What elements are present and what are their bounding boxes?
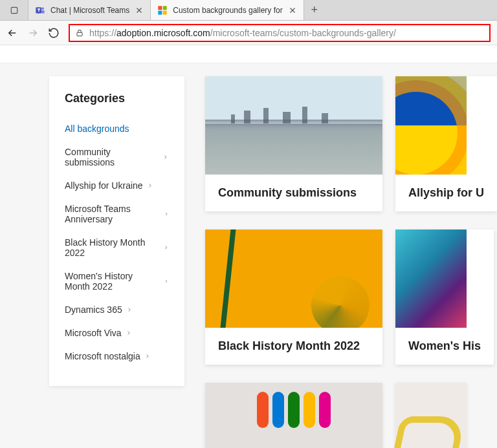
sidebar-item-label: Allyship for Ukraine bbox=[65, 180, 143, 191]
card-thumbnail bbox=[395, 383, 467, 448]
card-thumbnail bbox=[205, 383, 382, 448]
svg-rect-7 bbox=[163, 10, 167, 14]
tab-title: Chat | Microsoft Teams bbox=[50, 6, 129, 15]
sidebar-item-label: Microsoft nostalgia bbox=[65, 351, 140, 361]
teams-icon bbox=[35, 5, 45, 16]
chevron-right-icon bbox=[162, 154, 169, 160]
close-icon[interactable] bbox=[135, 6, 144, 15]
card-label: Community submissions bbox=[205, 175, 382, 211]
tab-title: Custom backgrounds gallery for bbox=[173, 6, 282, 15]
card-thumbnail bbox=[205, 229, 382, 328]
chevron-right-icon bbox=[164, 211, 169, 217]
svg-rect-3 bbox=[41, 10, 45, 14]
sidebar-item-label: Black History Month 2022 bbox=[65, 237, 159, 258]
card-thumbnail bbox=[395, 76, 467, 175]
card-thumbnail bbox=[395, 229, 467, 328]
gallery-row bbox=[205, 383, 497, 448]
card-label: Allyship for U bbox=[395, 175, 497, 211]
categories-sidebar: Categories All backgrounds Community sub… bbox=[49, 76, 184, 386]
address-bar[interactable]: https://adoption.microsoft.com/microsoft… bbox=[69, 24, 491, 42]
sidebar-item-all-backgrounds[interactable]: All backgrounds bbox=[65, 117, 169, 140]
svg-rect-0 bbox=[11, 7, 17, 13]
sidebar-item-black-history[interactable]: Black History Month 2022 bbox=[65, 231, 169, 264]
sidebar-item-viva[interactable]: Microsoft Viva bbox=[65, 321, 169, 345]
sidebar-item-teams-anniversary[interactable]: Microsoft Teams Anniversary bbox=[65, 197, 169, 231]
sidebar-item-label: Microsoft Teams Anniversary bbox=[65, 204, 160, 224]
chevron-right-icon bbox=[147, 182, 153, 189]
card-community-submissions[interactable]: Community submissions bbox=[205, 76, 382, 211]
refresh-button[interactable] bbox=[48, 27, 60, 39]
sidebar-item-label: Microsoft Viva bbox=[65, 328, 122, 338]
svg-rect-5 bbox=[163, 6, 167, 10]
sidebar-item-community-submissions[interactable]: Community submissions bbox=[65, 140, 169, 174]
tab-bar: Chat | Microsoft Teams Custom background… bbox=[0, 0, 497, 21]
card-label: Black History Month 2022 bbox=[205, 328, 382, 365]
sidebar-item-label: Women's History Month 2022 bbox=[65, 271, 160, 292]
svg-rect-4 bbox=[159, 6, 162, 10]
back-button[interactable] bbox=[6, 27, 18, 39]
tab-actions-button[interactable] bbox=[0, 0, 28, 20]
sidebar-item-label: Dynamics 365 bbox=[65, 304, 122, 315]
browser-toolbar: https://adoption.microsoft.com/microsoft… bbox=[0, 21, 497, 45]
sidebar-item-allyship-ukraine[interactable]: Allyship for Ukraine bbox=[65, 174, 169, 197]
card-womens-history[interactable]: Women's His bbox=[395, 229, 494, 365]
sidebar-item-label: All backgrounds bbox=[65, 123, 129, 134]
sidebar-item-dynamics[interactable]: Dynamics 365 bbox=[65, 298, 169, 321]
chevron-right-icon bbox=[164, 278, 169, 284]
url-text: https://adoption.microsoft.com/microsoft… bbox=[89, 28, 396, 38]
sidebar-item-label: Community submissions bbox=[65, 147, 159, 167]
chevron-right-icon bbox=[144, 353, 151, 359]
tab-teams[interactable]: Chat | Microsoft Teams bbox=[28, 0, 151, 20]
forward-button[interactable] bbox=[27, 27, 39, 39]
svg-rect-8 bbox=[77, 32, 82, 36]
card-allyship-ukraine[interactable]: Allyship for U bbox=[395, 76, 497, 211]
gallery-row: Community submissions Allyship for U bbox=[205, 76, 497, 211]
gallery-grid: Community submissions Allyship for U Bla… bbox=[205, 76, 497, 448]
chevron-right-icon bbox=[126, 306, 133, 313]
card-label: Women's His bbox=[395, 328, 494, 365]
chevron-right-icon bbox=[163, 244, 169, 251]
sidebar-item-womens-history[interactable]: Women's History Month 2022 bbox=[65, 264, 169, 298]
chevron-right-icon bbox=[126, 330, 132, 336]
new-tab-button[interactable]: + bbox=[304, 0, 325, 20]
svg-rect-6 bbox=[159, 10, 162, 14]
lock-icon bbox=[75, 28, 84, 37]
close-icon[interactable] bbox=[288, 6, 297, 15]
microsoft-icon bbox=[157, 5, 168, 16]
svg-point-2 bbox=[41, 7, 44, 10]
gallery-row: Black History Month 2022 Women's His bbox=[205, 229, 497, 365]
card-black-history[interactable]: Black History Month 2022 bbox=[205, 229, 382, 365]
tab-backgrounds[interactable]: Custom backgrounds gallery for bbox=[151, 0, 304, 20]
page-content: Categories All backgrounds Community sub… bbox=[0, 63, 497, 448]
card-chair[interactable] bbox=[395, 383, 467, 448]
card-thumbnail bbox=[205, 76, 382, 175]
card-office[interactable] bbox=[205, 383, 382, 448]
sidebar-title: Categories bbox=[65, 92, 169, 105]
page-header-strip bbox=[0, 45, 497, 63]
sidebar-item-nostalgia[interactable]: Microsoft nostalgia bbox=[65, 345, 169, 368]
